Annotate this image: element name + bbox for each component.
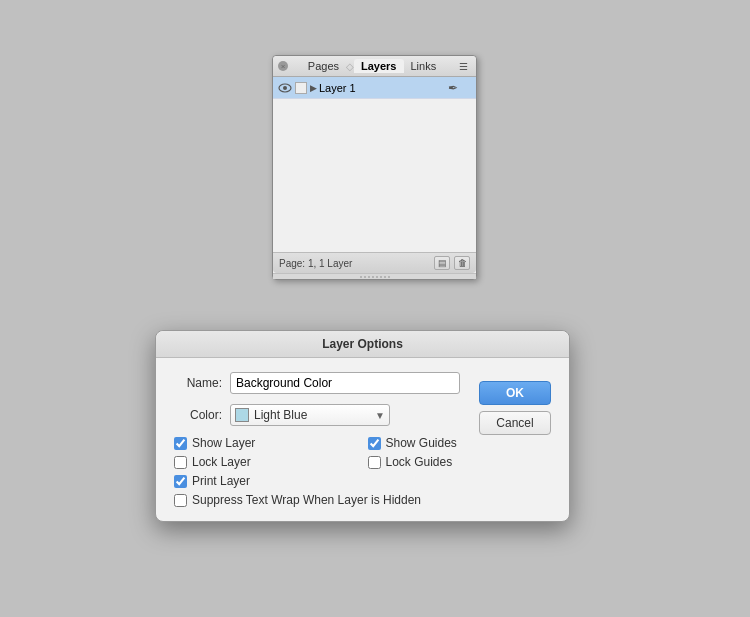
- titlebar-left: ×: [278, 61, 288, 71]
- resize-dot: [368, 276, 370, 278]
- layer-options-dialog: Layer Options Name: Color: Light Blue ▼ …: [155, 330, 570, 522]
- resize-dot: [376, 276, 378, 278]
- show-guides-checkbox[interactable]: [368, 437, 381, 450]
- show-layer-label: Show Layer: [192, 436, 255, 450]
- tab-links[interactable]: Links: [404, 59, 444, 73]
- show-layer-checkbox[interactable]: [174, 437, 187, 450]
- tab-divider: ◇: [346, 61, 354, 72]
- layer-expand-icon[interactable]: ▶: [310, 83, 317, 93]
- dialog-titlebar: Layer Options: [156, 331, 569, 358]
- panel-menu-button[interactable]: ☰: [456, 61, 471, 72]
- panel-resize-handle[interactable]: [273, 273, 476, 279]
- print-layer-row: Print Layer: [174, 474, 358, 488]
- layer-row[interactable]: ▶ Layer 1 ✒: [273, 77, 476, 99]
- svg-point-1: [283, 86, 287, 90]
- suppress-label: Suppress Text Wrap When Layer is Hidden: [192, 493, 421, 507]
- color-label: Color:: [174, 408, 222, 422]
- panel-tabs: Pages ◇ Layers Links: [301, 59, 443, 73]
- lock-layer-label: Lock Layer: [192, 455, 251, 469]
- footer-icons: ▤ 🗑: [434, 256, 470, 270]
- color-select-text: Light Blue: [254, 408, 375, 422]
- lock-layer-checkbox[interactable]: [174, 456, 187, 469]
- suppress-checkbox[interactable]: [174, 494, 187, 507]
- ok-button[interactable]: OK: [479, 381, 551, 405]
- layer-visibility-icon[interactable]: [277, 80, 293, 96]
- print-layer-checkbox[interactable]: [174, 475, 187, 488]
- lock-guides-row: Lock Guides: [368, 455, 552, 469]
- resize-dot: [360, 276, 362, 278]
- suppress-row: Suppress Text Wrap When Layer is Hidden: [174, 493, 551, 507]
- color-select[interactable]: Light Blue ▼: [230, 404, 390, 426]
- tab-layers[interactable]: Layers: [354, 59, 403, 73]
- show-guides-row: Show Guides: [368, 436, 552, 450]
- name-label: Name:: [174, 376, 222, 390]
- lock-guides-checkbox[interactable]: [368, 456, 381, 469]
- footer-icon-delete[interactable]: 🗑: [454, 256, 470, 270]
- print-layer-label: Print Layer: [192, 474, 250, 488]
- resize-dot: [364, 276, 366, 278]
- panel-close-button[interactable]: ×: [278, 61, 288, 71]
- resize-dot: [380, 276, 382, 278]
- panel-empty-area: [273, 99, 476, 252]
- layer-pen-icon: ✒: [448, 81, 458, 95]
- resize-dot: [384, 276, 386, 278]
- name-input[interactable]: [230, 372, 460, 394]
- layer-color-swatch: [295, 82, 307, 94]
- checkboxes-area: Show Layer Show Guides Lock Layer Lock G…: [174, 436, 551, 488]
- footer-icon-new[interactable]: ▤: [434, 256, 450, 270]
- footer-text: Page: 1, 1 Layer: [279, 258, 352, 269]
- tab-pages[interactable]: Pages: [301, 59, 346, 73]
- dialog-buttons: OK Cancel: [479, 381, 551, 435]
- panel-body: ▶ Layer 1 ✒: [273, 77, 476, 252]
- resize-dot: [388, 276, 390, 278]
- resize-dot: [372, 276, 374, 278]
- color-select-arrow-icon: ▼: [375, 410, 385, 421]
- panel-footer: Page: 1, 1 Layer ▤ 🗑: [273, 252, 476, 273]
- show-layer-row: Show Layer: [174, 436, 358, 450]
- panel-titlebar: × Pages ◇ Layers Links ☰: [273, 56, 476, 77]
- show-guides-label: Show Guides: [386, 436, 457, 450]
- dialog-title: Layer Options: [322, 337, 403, 351]
- layers-panel: × Pages ◇ Layers Links ☰ ▶ Layer 1 ✒: [272, 55, 477, 280]
- lock-layer-row: Lock Layer: [174, 455, 358, 469]
- cancel-button[interactable]: Cancel: [479, 411, 551, 435]
- lock-guides-label: Lock Guides: [386, 455, 453, 469]
- color-swatch: [235, 408, 249, 422]
- resize-dots: [360, 276, 390, 278]
- layer-name: Layer 1: [319, 82, 448, 94]
